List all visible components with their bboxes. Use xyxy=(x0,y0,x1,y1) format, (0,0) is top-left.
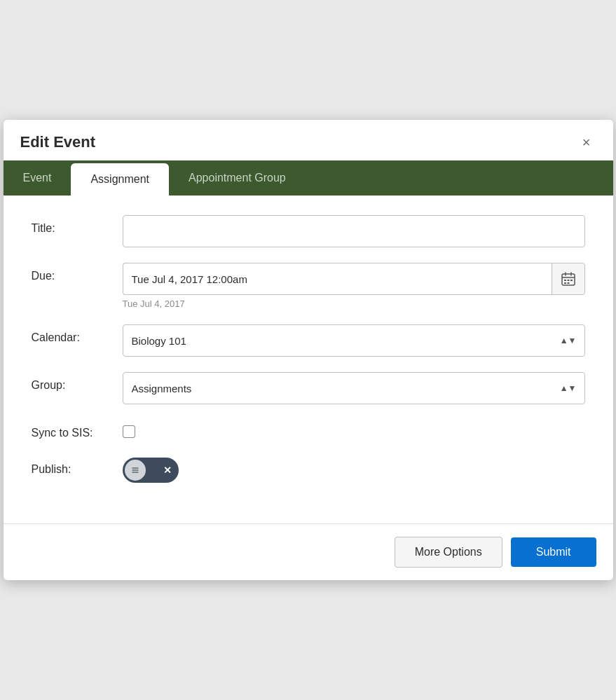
group-select-wrapper: Assignments Quizzes Discussions ▲▼ xyxy=(123,372,585,404)
modal-title: Edit Event xyxy=(20,133,96,151)
toggle-x-icon: ✕ xyxy=(163,465,172,476)
group-select-container: Assignments Quizzes Discussions ▲▼ xyxy=(123,372,585,404)
svg-rect-6 xyxy=(570,280,573,281)
calendar-select[interactable]: Biology 101 Course 2 Personal xyxy=(123,324,585,357)
sync-to-sis-label: Sync to SIS: xyxy=(32,420,123,439)
sync-to-sis-wrapper xyxy=(123,420,585,441)
title-input-wrapper xyxy=(123,215,585,247)
modal-footer: More Options Submit xyxy=(4,524,613,580)
calendar-icon xyxy=(561,271,576,287)
svg-rect-5 xyxy=(567,280,569,281)
sync-to-sis-row: Sync to SIS: xyxy=(32,420,585,441)
svg-rect-8 xyxy=(567,282,569,284)
due-input-wrapper: Tue Jul 4, 2017 xyxy=(123,263,585,309)
submit-button[interactable]: Submit xyxy=(511,537,596,567)
due-label: Due: xyxy=(32,263,123,282)
title-input[interactable] xyxy=(123,215,585,247)
modal-dialog: Edit Event × Event Assignment Appointmen… xyxy=(4,120,613,580)
group-label: Group: xyxy=(32,372,123,392)
calendar-select-wrapper: Biology 101 Course 2 Personal ▲▼ xyxy=(123,324,585,357)
publish-row: Publish: ✕ xyxy=(32,456,585,483)
date-input-group xyxy=(123,263,585,295)
toggle-track[interactable]: ✕ xyxy=(123,458,179,483)
modal-header: Edit Event × xyxy=(4,120,613,160)
sync-to-sis-checkbox[interactable] xyxy=(123,425,135,438)
modal-overlay: Edit Event × Event Assignment Appointmen… xyxy=(0,0,616,700)
calendar-label: Calendar: xyxy=(32,324,123,344)
svg-rect-4 xyxy=(564,280,566,281)
due-row: Due: xyxy=(32,263,585,309)
lines-icon xyxy=(130,465,141,476)
title-label: Title: xyxy=(32,215,123,235)
due-date-input[interactable] xyxy=(123,263,552,295)
tab-assignment[interactable]: Assignment xyxy=(71,163,169,195)
publish-toggle: ✕ xyxy=(123,458,585,483)
close-button[interactable]: × xyxy=(577,132,596,152)
svg-rect-7 xyxy=(564,282,566,284)
calendar-picker-button[interactable] xyxy=(552,263,585,295)
tab-bar: Event Assignment Appointment Group xyxy=(4,160,613,195)
publish-toggle-wrapper: ✕ xyxy=(123,456,585,483)
form-body: Title: Due: xyxy=(4,195,613,518)
toggle-thumb xyxy=(125,460,146,481)
group-select[interactable]: Assignments Quizzes Discussions xyxy=(123,372,585,404)
tab-appointment-group[interactable]: Appointment Group xyxy=(169,160,306,195)
tab-event[interactable]: Event xyxy=(4,160,71,195)
more-options-button[interactable]: More Options xyxy=(395,537,502,568)
publish-label: Publish: xyxy=(32,456,123,476)
due-date-hint: Tue Jul 4, 2017 xyxy=(123,298,585,309)
calendar-row: Calendar: Biology 101 Course 2 Personal … xyxy=(32,324,585,357)
title-row: Title: xyxy=(32,215,585,247)
group-row: Group: Assignments Quizzes Discussions ▲… xyxy=(32,372,585,404)
calendar-select-container: Biology 101 Course 2 Personal ▲▼ xyxy=(123,324,585,357)
